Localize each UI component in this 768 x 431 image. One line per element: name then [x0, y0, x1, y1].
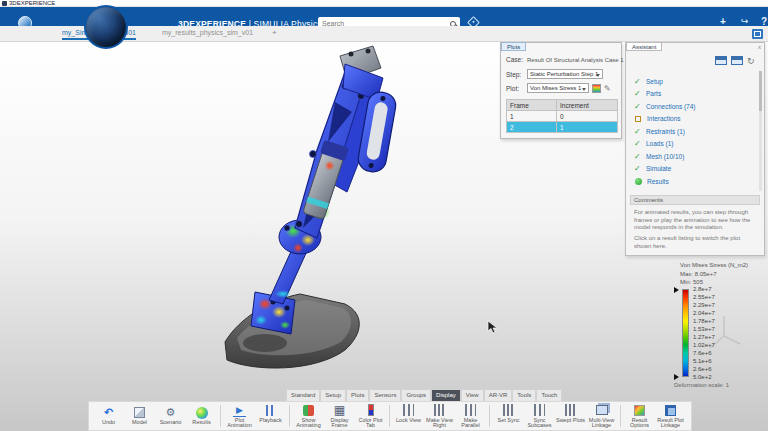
increment-cell[interactable]: 0: [557, 111, 618, 122]
frame-cell[interactable]: 1: [507, 111, 557, 122]
frame-cell[interactable]: 2: [507, 122, 557, 133]
legend-tick: 1.27e+7: [693, 334, 715, 340]
assistant-item-results[interactable]: Results: [634, 175, 754, 188]
color-plot-tab-icon: [368, 404, 374, 416]
assistant-panel-tab[interactable]: Assistant: [626, 42, 662, 51]
table-row-selected[interactable]: 2 1: [507, 122, 618, 133]
plots-panel: Plots Case: Result Of Structural Analysi…: [500, 42, 622, 139]
results-button[interactable]: Results: [186, 406, 217, 426]
check-icon: ✓: [634, 127, 642, 136]
model-button[interactable]: Model: [124, 406, 155, 426]
bar-tab-plots[interactable]: Plots: [346, 389, 369, 401]
table-view-icon[interactable]: [715, 56, 727, 65]
bar-tab-groups[interactable]: Groups: [401, 389, 431, 401]
display-frame-button[interactable]: ▦ Display Frame: [324, 404, 355, 429]
button-label: Sync Subcases: [524, 418, 555, 429]
playback-icon: [266, 405, 276, 416]
legend-tick: 1.78e+7: [693, 318, 715, 324]
share-icon[interactable]: ↪: [741, 16, 749, 26]
playback-button[interactable]: Playback: [255, 404, 286, 429]
assistant-item-label: Connections (74): [646, 103, 696, 110]
frame-column-header[interactable]: Frame: [507, 100, 557, 111]
assistant-item-label: Setup: [646, 78, 663, 85]
increment-column-header[interactable]: Increment: [557, 100, 618, 111]
bar-tab-tools[interactable]: Tools: [512, 389, 536, 401]
close-icon[interactable]: x: [758, 44, 761, 50]
set-sync-button[interactable]: Set Sync: [493, 404, 524, 429]
assistant-item-simulate[interactable]: ✓ Simulate: [634, 163, 754, 176]
swept-plots-button[interactable]: Swept Plots: [555, 404, 586, 429]
color-plot-tab-button[interactable]: Color Plot Tab: [355, 404, 386, 429]
doc-tab-add-button[interactable]: +: [272, 28, 277, 37]
legend-tick: 5.0e+2: [693, 374, 715, 380]
action-bar: ↶ Undo Model ⚙ Scenario Results ▶ Plot A…: [88, 401, 692, 431]
step-select[interactable]: Static Perturbation Step 1: [527, 69, 603, 79]
legend-title: Von Mises Stress (N_m2): [680, 262, 748, 268]
chevron-down-icon: [596, 74, 600, 77]
bar-tab-touch[interactable]: Touch: [536, 389, 562, 401]
frame-table-header: Frame Increment: [507, 100, 618, 111]
user-avatar[interactable]: [84, 5, 128, 49]
show-animating-button[interactable]: Show Animating: [293, 404, 324, 429]
bar-tab-display[interactable]: Display: [431, 389, 461, 401]
case-label: Case:: [506, 56, 524, 63]
scenario-button[interactable]: ⚙ Scenario: [155, 406, 186, 426]
increment-cell[interactable]: 1: [557, 122, 618, 133]
plot-animation-button[interactable]: ▶ Plot Animation: [224, 404, 255, 429]
sync-subcases-button[interactable]: Sync Subcases: [524, 404, 555, 429]
app-favicon-icon: [2, 1, 7, 6]
bar-tab-setup[interactable]: Setup: [320, 389, 346, 401]
mouse-cursor: [487, 320, 499, 334]
button-label: Set Sync: [497, 418, 519, 424]
report-view-icon[interactable]: [731, 56, 743, 65]
scrollbar[interactable]: [759, 71, 762, 191]
result-options-button[interactable]: Result Options: [624, 404, 655, 429]
panel-restore-icon[interactable]: [752, 29, 763, 39]
toolbar-separator: [220, 405, 221, 427]
button-label: Swept Plots: [556, 418, 585, 424]
button-label: Result Plot Linkage: [655, 418, 686, 429]
table-row[interactable]: 1 0: [507, 111, 618, 122]
doc-tab-secondary[interactable]: my_results_physics_sim_v01: [162, 29, 253, 36]
assistant-item-loads[interactable]: ✓ Loads (1): [634, 138, 754, 151]
legend-max: Max: 8.05e+7: [680, 271, 717, 277]
set-sync-icon: [503, 404, 514, 416]
assistant-item-interactions[interactable]: Interactions: [634, 113, 754, 126]
bar-tab-view[interactable]: View: [461, 389, 484, 401]
bar-tab-standard[interactable]: Standard: [286, 389, 320, 401]
check-icon: ✓: [634, 77, 642, 86]
assistant-item-label: Parts: [646, 90, 661, 97]
lock-view-button[interactable]: Lock View: [393, 404, 424, 429]
undo-button[interactable]: ↶ Undo: [93, 406, 124, 426]
button-label: Scenario: [160, 420, 182, 426]
comment-text: For animated results, you can step throu…: [634, 209, 756, 232]
spectrum-icon[interactable]: [592, 84, 601, 93]
make-view-right-button[interactable]: Make View Right: [424, 404, 455, 429]
button-label: Result Options: [624, 418, 655, 429]
legend-tick-labels: 2.8e+7 2.55e+7 2.29e+7 2.04e+7 1.78e+7 1…: [693, 286, 715, 380]
prosthetic-leg-model[interactable]: [195, 42, 465, 392]
refresh-icon[interactable]: ↻: [747, 56, 758, 67]
plot-select[interactable]: Von Mises Stress 1: [527, 83, 589, 93]
plot-value: Von Mises Stress 1: [530, 85, 581, 91]
edit-plot-icon[interactable]: ✎: [604, 84, 611, 93]
assistant-item-mesh[interactable]: ✓ Mesh (10/10): [634, 150, 754, 163]
assistant-item-label: Loads (1): [646, 140, 673, 147]
assistant-item-parts[interactable]: ✓ Parts: [634, 88, 754, 101]
assistant-item-label: Mesh (10/10): [646, 153, 684, 160]
assistant-item-restraints[interactable]: ✓ Restraints (1): [634, 125, 754, 138]
legend-min: Min: 505: [680, 279, 703, 285]
legend-min-marker-icon: [674, 374, 679, 380]
bar-tab-sensors[interactable]: Sensors: [369, 389, 401, 401]
case-value: Result Of Structural Analysis Case 1: [527, 57, 624, 63]
make-parallel-button[interactable]: Make Parallel: [455, 404, 486, 429]
multi-view-linkage-button[interactable]: Multi-View Linkage: [586, 404, 617, 429]
assistant-item-setup[interactable]: ✓ Setup: [634, 75, 754, 88]
button-label: Multi-View Linkage: [586, 418, 617, 429]
results-sphere-icon: [196, 407, 208, 419]
bar-tab-ar-vr[interactable]: AR-VR: [484, 389, 513, 401]
assistant-item-connections[interactable]: ✓ Connections (74): [634, 100, 754, 113]
check-icon: ✓: [634, 89, 642, 98]
plots-panel-tab[interactable]: Plots: [501, 42, 526, 51]
result-plot-linkage-button[interactable]: Result Plot Linkage: [655, 404, 686, 429]
